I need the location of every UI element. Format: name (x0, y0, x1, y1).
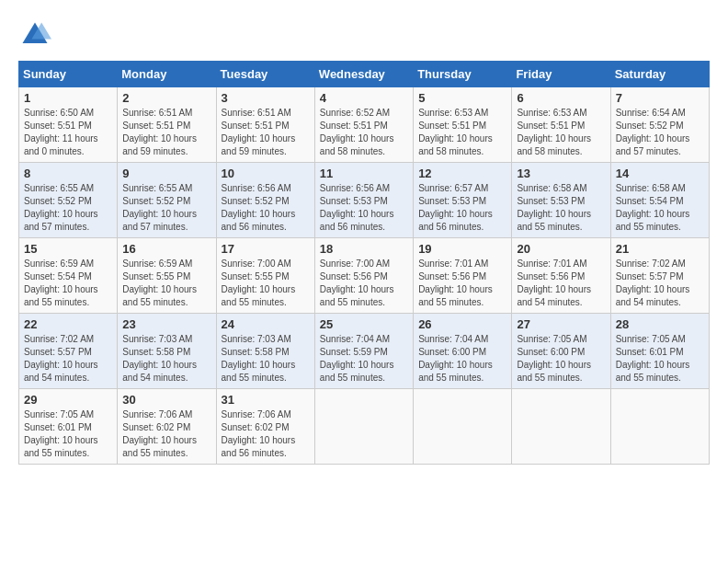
day-cell: 21 Sunrise: 7:02 AM Sunset: 5:57 PM Dayl… (610, 238, 709, 314)
day-info: Sunrise: 7:00 AM Sunset: 5:55 PM Dayligh… (222, 258, 310, 309)
day-number: 4 (320, 91, 408, 105)
day-cell: 14 Sunrise: 6:58 AM Sunset: 5:54 PM Dayl… (610, 163, 709, 238)
header-row: SundayMondayTuesdayWednesdayThursdayFrid… (19, 62, 710, 87)
day-cell: 28 Sunrise: 7:05 AM Sunset: 6:01 PM Dayl… (610, 314, 709, 389)
day-number: 16 (122, 242, 210, 256)
day-cell: 8 Sunrise: 6:55 AM Sunset: 5:52 PM Dayli… (19, 163, 118, 238)
day-number: 6 (517, 91, 605, 105)
day-number: 15 (24, 242, 112, 256)
day-number: 18 (320, 242, 408, 256)
day-cell: 3 Sunrise: 6:51 AM Sunset: 5:51 PM Dayli… (216, 87, 314, 163)
day-info: Sunrise: 6:53 AM Sunset: 5:51 PM Dayligh… (517, 107, 605, 158)
day-cell: 12 Sunrise: 6:57 AM Sunset: 5:53 PM Dayl… (414, 163, 512, 238)
day-info: Sunrise: 6:58 AM Sunset: 5:54 PM Dayligh… (616, 182, 704, 234)
day-cell: 10 Sunrise: 6:56 AM Sunset: 5:52 PM Dayl… (216, 163, 314, 238)
week-row-1: 1 Sunrise: 6:50 AM Sunset: 5:51 PM Dayli… (19, 87, 710, 163)
day-cell: 20 Sunrise: 7:01 AM Sunset: 5:56 PM Dayl… (512, 238, 610, 314)
day-number: 5 (418, 91, 506, 105)
day-number: 20 (517, 242, 605, 256)
day-info: Sunrise: 6:50 AM Sunset: 5:51 PM Dayligh… (24, 107, 112, 158)
day-number: 28 (616, 317, 704, 331)
day-cell: 30 Sunrise: 7:06 AM Sunset: 6:02 PM Dayl… (118, 389, 216, 465)
calendar-header: SundayMondayTuesdayWednesdayThursdayFrid… (19, 62, 710, 87)
header-friday: Friday (512, 62, 610, 87)
day-number: 7 (616, 91, 704, 105)
day-cell: 19 Sunrise: 7:01 AM Sunset: 5:56 PM Dayl… (414, 238, 512, 314)
day-number: 26 (418, 317, 506, 331)
day-number: 17 (222, 242, 310, 256)
day-number: 8 (24, 167, 112, 180)
day-info: Sunrise: 7:05 AM Sunset: 6:01 PM Dayligh… (616, 333, 704, 385)
day-number: 10 (222, 167, 310, 180)
day-number: 29 (24, 393, 112, 407)
day-cell: 15 Sunrise: 6:59 AM Sunset: 5:54 PM Dayl… (19, 238, 118, 314)
day-info: Sunrise: 7:05 AM Sunset: 6:00 PM Dayligh… (517, 333, 605, 385)
day-number: 1 (24, 91, 112, 105)
day-info: Sunrise: 7:03 AM Sunset: 5:58 PM Dayligh… (222, 333, 310, 385)
header-saturday: Saturday (610, 62, 709, 87)
day-cell: 13 Sunrise: 6:58 AM Sunset: 5:53 PM Dayl… (512, 163, 610, 238)
header-tuesday: Tuesday (216, 62, 314, 87)
day-cell: 1 Sunrise: 6:50 AM Sunset: 5:51 PM Dayli… (19, 87, 118, 163)
day-info: Sunrise: 6:55 AM Sunset: 5:52 PM Dayligh… (122, 182, 210, 234)
header-sunday: Sunday (19, 62, 118, 87)
day-info: Sunrise: 7:06 AM Sunset: 6:02 PM Dayligh… (222, 408, 310, 460)
day-number: 25 (320, 317, 408, 331)
day-cell: 24 Sunrise: 7:03 AM Sunset: 5:58 PM Dayl… (216, 314, 314, 389)
day-cell: 4 Sunrise: 6:52 AM Sunset: 5:51 PM Dayli… (314, 87, 413, 163)
day-number: 19 (418, 242, 506, 256)
day-cell: 17 Sunrise: 7:00 AM Sunset: 5:55 PM Dayl… (216, 238, 314, 314)
logo-icon (18, 18, 51, 52)
day-cell: 2 Sunrise: 6:51 AM Sunset: 5:51 PM Dayli… (118, 87, 216, 163)
day-number: 11 (320, 167, 408, 180)
day-number: 3 (222, 91, 310, 105)
day-number: 31 (222, 393, 310, 407)
header-thursday: Thursday (414, 62, 512, 87)
day-info: Sunrise: 6:51 AM Sunset: 5:51 PM Dayligh… (222, 107, 310, 158)
day-info: Sunrise: 6:57 AM Sunset: 5:53 PM Dayligh… (418, 182, 506, 234)
day-cell: 25 Sunrise: 7:04 AM Sunset: 5:59 PM Dayl… (314, 314, 413, 389)
day-number: 30 (122, 393, 210, 407)
day-info: Sunrise: 7:00 AM Sunset: 5:56 PM Dayligh… (320, 258, 408, 309)
day-cell: 9 Sunrise: 6:55 AM Sunset: 5:52 PM Dayli… (118, 163, 216, 238)
day-number: 13 (517, 167, 605, 180)
day-cell: 22 Sunrise: 7:02 AM Sunset: 5:57 PM Dayl… (19, 314, 118, 389)
day-info: Sunrise: 7:02 AM Sunset: 5:57 PM Dayligh… (24, 333, 112, 385)
day-cell (610, 389, 709, 465)
day-info: Sunrise: 6:59 AM Sunset: 5:55 PM Dayligh… (122, 258, 210, 309)
day-cell: 26 Sunrise: 7:04 AM Sunset: 6:00 PM Dayl… (414, 314, 512, 389)
day-info: Sunrise: 6:56 AM Sunset: 5:53 PM Dayligh… (320, 182, 408, 234)
week-row-2: 8 Sunrise: 6:55 AM Sunset: 5:52 PM Dayli… (19, 163, 710, 238)
day-cell: 23 Sunrise: 7:03 AM Sunset: 5:58 PM Dayl… (118, 314, 216, 389)
day-cell: 7 Sunrise: 6:54 AM Sunset: 5:52 PM Dayli… (610, 87, 709, 163)
day-info: Sunrise: 6:51 AM Sunset: 5:51 PM Dayligh… (122, 107, 210, 158)
day-info: Sunrise: 7:01 AM Sunset: 5:56 PM Dayligh… (418, 258, 506, 309)
day-number: 9 (122, 167, 210, 180)
day-cell: 16 Sunrise: 6:59 AM Sunset: 5:55 PM Dayl… (118, 238, 216, 314)
day-cell (414, 389, 512, 465)
day-cell: 18 Sunrise: 7:00 AM Sunset: 5:56 PM Dayl… (314, 238, 413, 314)
day-info: Sunrise: 7:02 AM Sunset: 5:57 PM Dayligh… (616, 258, 704, 309)
day-cell: 27 Sunrise: 7:05 AM Sunset: 6:00 PM Dayl… (512, 314, 610, 389)
day-info: Sunrise: 6:54 AM Sunset: 5:52 PM Dayligh… (616, 107, 704, 158)
day-number: 24 (222, 317, 310, 331)
day-info: Sunrise: 7:06 AM Sunset: 6:02 PM Dayligh… (122, 408, 210, 460)
day-number: 12 (418, 167, 506, 180)
day-cell: 31 Sunrise: 7:06 AM Sunset: 6:02 PM Dayl… (216, 389, 314, 465)
day-info: Sunrise: 7:04 AM Sunset: 6:00 PM Dayligh… (418, 333, 506, 385)
calendar-body: 1 Sunrise: 6:50 AM Sunset: 5:51 PM Dayli… (19, 87, 710, 465)
day-cell: 5 Sunrise: 6:53 AM Sunset: 5:51 PM Dayli… (414, 87, 512, 163)
day-info: Sunrise: 6:59 AM Sunset: 5:54 PM Dayligh… (24, 258, 112, 309)
day-info: Sunrise: 6:56 AM Sunset: 5:52 PM Dayligh… (222, 182, 310, 234)
day-info: Sunrise: 6:52 AM Sunset: 5:51 PM Dayligh… (320, 107, 408, 158)
day-number: 22 (24, 317, 112, 331)
day-info: Sunrise: 6:53 AM Sunset: 5:51 PM Dayligh… (418, 107, 506, 158)
day-number: 21 (616, 242, 704, 256)
logo (18, 18, 55, 52)
day-info: Sunrise: 7:05 AM Sunset: 6:01 PM Dayligh… (24, 408, 112, 460)
day-cell: 6 Sunrise: 6:53 AM Sunset: 5:51 PM Dayli… (512, 87, 610, 163)
day-info: Sunrise: 6:58 AM Sunset: 5:53 PM Dayligh… (517, 182, 605, 234)
week-row-3: 15 Sunrise: 6:59 AM Sunset: 5:54 PM Dayl… (19, 238, 710, 314)
day-number: 27 (517, 317, 605, 331)
day-number: 2 (122, 91, 210, 105)
